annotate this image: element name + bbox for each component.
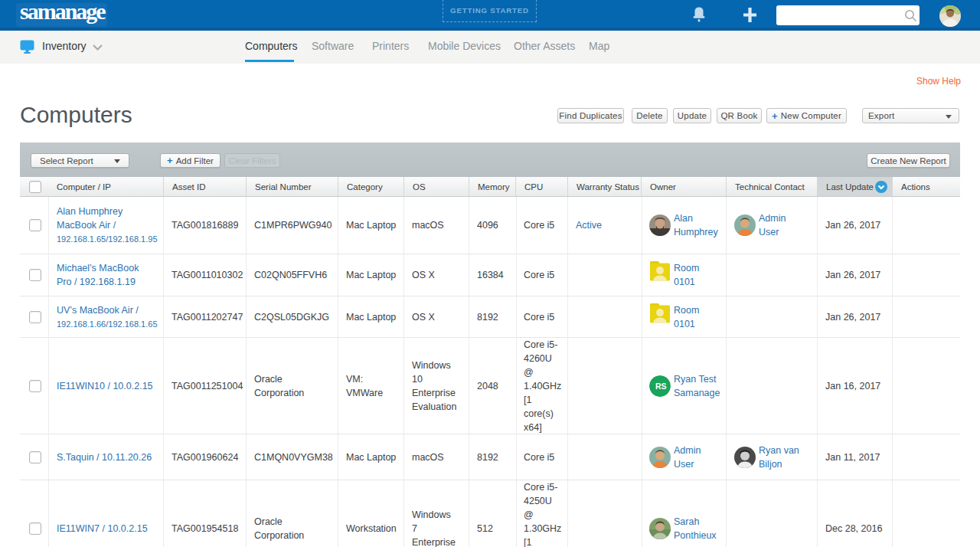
svg-text:RS: RS <box>655 382 667 391</box>
